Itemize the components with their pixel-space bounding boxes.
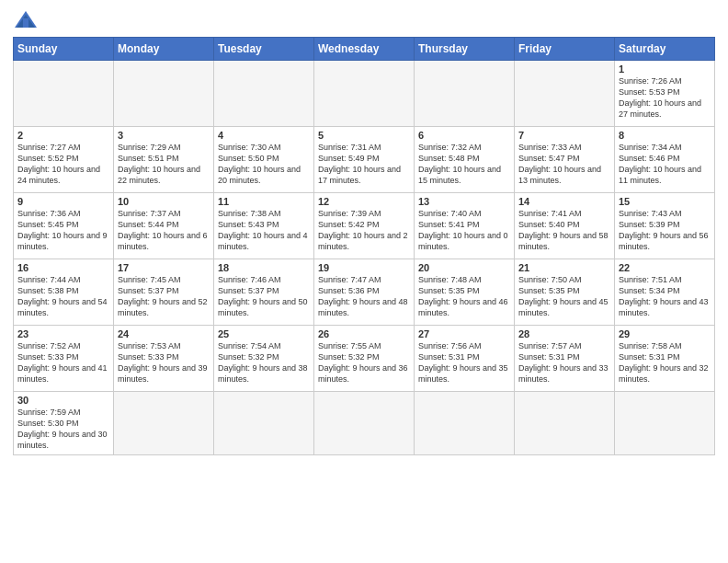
day-number: 25 xyxy=(218,328,310,339)
day-info: Sunrise: 7:30 AM Sunset: 5:50 PM Dayligh… xyxy=(218,142,310,187)
cal-cell xyxy=(515,61,615,127)
day-number: 13 xyxy=(418,196,510,207)
cal-cell: 22Sunrise: 7:51 AM Sunset: 5:34 PM Dayli… xyxy=(615,259,715,326)
week-row-5: 30Sunrise: 7:59 AM Sunset: 5:30 PM Dayli… xyxy=(14,392,715,455)
weekday-header-tuesday: Tuesday xyxy=(214,38,314,61)
cal-cell: 8Sunrise: 7:34 AM Sunset: 5:46 PM Daylig… xyxy=(615,127,715,193)
cal-cell xyxy=(615,392,715,455)
weekday-header-saturday: Saturday xyxy=(615,38,715,61)
page: SundayMondayTuesdayWednesdayThursdayFrid… xyxy=(0,0,728,563)
day-number: 12 xyxy=(318,196,410,207)
day-info: Sunrise: 7:43 AM Sunset: 5:39 PM Dayligh… xyxy=(619,208,711,253)
day-info: Sunrise: 7:40 AM Sunset: 5:41 PM Dayligh… xyxy=(418,208,510,253)
cal-cell xyxy=(114,61,214,127)
day-number: 22 xyxy=(619,262,711,273)
cal-cell: 25Sunrise: 7:54 AM Sunset: 5:32 PM Dayli… xyxy=(214,326,314,392)
week-row-2: 9Sunrise: 7:36 AM Sunset: 5:45 PM Daylig… xyxy=(14,193,715,259)
svg-rect-2 xyxy=(23,18,28,28)
cal-cell: 13Sunrise: 7:40 AM Sunset: 5:41 PM Dayli… xyxy=(415,193,515,259)
day-number: 1 xyxy=(619,63,711,75)
day-number: 7 xyxy=(518,130,610,141)
cal-cell xyxy=(314,392,415,455)
day-info: Sunrise: 7:34 AM Sunset: 5:46 PM Dayligh… xyxy=(619,142,711,187)
day-info: Sunrise: 7:41 AM Sunset: 5:40 PM Dayligh… xyxy=(518,208,610,253)
week-row-3: 16Sunrise: 7:44 AM Sunset: 5:38 PM Dayli… xyxy=(14,259,715,326)
weekday-header-thursday: Thursday xyxy=(415,38,515,61)
day-info: Sunrise: 7:45 AM Sunset: 5:37 PM Dayligh… xyxy=(118,274,210,319)
cal-cell xyxy=(314,61,415,127)
cal-cell: 5Sunrise: 7:31 AM Sunset: 5:49 PM Daylig… xyxy=(314,127,415,193)
cal-cell: 1Sunrise: 7:26 AM Sunset: 5:53 PM Daylig… xyxy=(615,61,715,127)
day-info: Sunrise: 7:56 AM Sunset: 5:31 PM Dayligh… xyxy=(418,340,510,385)
cal-cell xyxy=(214,392,314,455)
cal-cell: 26Sunrise: 7:55 AM Sunset: 5:32 PM Dayli… xyxy=(314,326,415,392)
cal-cell: 17Sunrise: 7:45 AM Sunset: 5:37 PM Dayli… xyxy=(114,259,214,326)
weekday-header-sunday: Sunday xyxy=(14,38,114,61)
day-info: Sunrise: 7:48 AM Sunset: 5:35 PM Dayligh… xyxy=(418,274,510,319)
day-number: 14 xyxy=(518,196,610,207)
weekday-header-friday: Friday xyxy=(515,38,615,61)
day-number: 20 xyxy=(418,262,510,273)
cal-cell: 27Sunrise: 7:56 AM Sunset: 5:31 PM Dayli… xyxy=(415,326,515,392)
cal-cell: 16Sunrise: 7:44 AM Sunset: 5:38 PM Dayli… xyxy=(14,259,114,326)
day-number: 19 xyxy=(318,262,410,273)
day-info: Sunrise: 7:58 AM Sunset: 5:31 PM Dayligh… xyxy=(619,340,711,385)
cal-cell: 12Sunrise: 7:39 AM Sunset: 5:42 PM Dayli… xyxy=(314,193,415,259)
day-number: 4 xyxy=(218,130,310,141)
day-number: 29 xyxy=(619,328,711,339)
cal-cell: 19Sunrise: 7:47 AM Sunset: 5:36 PM Dayli… xyxy=(314,259,415,326)
day-number: 5 xyxy=(318,130,410,141)
day-number: 21 xyxy=(518,262,610,273)
day-number: 15 xyxy=(619,196,711,207)
weekday-header-monday: Monday xyxy=(114,38,214,61)
cal-cell: 3Sunrise: 7:29 AM Sunset: 5:51 PM Daylig… xyxy=(114,127,214,193)
cal-cell xyxy=(515,392,615,455)
day-info: Sunrise: 7:37 AM Sunset: 5:44 PM Dayligh… xyxy=(118,208,210,253)
day-info: Sunrise: 7:31 AM Sunset: 5:49 PM Dayligh… xyxy=(318,142,410,187)
day-info: Sunrise: 7:50 AM Sunset: 5:35 PM Dayligh… xyxy=(518,274,610,319)
day-info: Sunrise: 7:33 AM Sunset: 5:47 PM Dayligh… xyxy=(518,142,610,187)
day-info: Sunrise: 7:59 AM Sunset: 5:30 PM Dayligh… xyxy=(17,407,109,452)
cal-cell: 28Sunrise: 7:57 AM Sunset: 5:31 PM Dayli… xyxy=(515,326,615,392)
day-info: Sunrise: 7:57 AM Sunset: 5:31 PM Dayligh… xyxy=(518,340,610,385)
week-row-4: 23Sunrise: 7:52 AM Sunset: 5:33 PM Dayli… xyxy=(14,326,715,392)
day-number: 3 xyxy=(118,130,210,141)
day-number: 28 xyxy=(518,328,610,339)
day-info: Sunrise: 7:39 AM Sunset: 5:42 PM Dayligh… xyxy=(318,208,410,253)
cal-cell xyxy=(415,392,515,455)
cal-cell: 10Sunrise: 7:37 AM Sunset: 5:44 PM Dayli… xyxy=(114,193,214,259)
cal-cell: 23Sunrise: 7:52 AM Sunset: 5:33 PM Dayli… xyxy=(14,326,114,392)
calendar: SundayMondayTuesdayWednesdayThursdayFrid… xyxy=(13,37,715,455)
day-info: Sunrise: 7:53 AM Sunset: 5:33 PM Dayligh… xyxy=(118,340,210,385)
day-info: Sunrise: 7:54 AM Sunset: 5:32 PM Dayligh… xyxy=(218,340,310,385)
day-number: 17 xyxy=(118,262,210,273)
day-number: 11 xyxy=(218,196,310,207)
day-info: Sunrise: 7:32 AM Sunset: 5:48 PM Dayligh… xyxy=(418,142,510,187)
day-number: 23 xyxy=(17,328,109,339)
day-number: 8 xyxy=(619,130,711,141)
cal-cell: 29Sunrise: 7:58 AM Sunset: 5:31 PM Dayli… xyxy=(615,326,715,392)
cal-cell xyxy=(415,61,515,127)
day-info: Sunrise: 7:26 AM Sunset: 5:53 PM Dayligh… xyxy=(619,75,711,121)
logo-icon xyxy=(13,9,39,31)
day-info: Sunrise: 7:36 AM Sunset: 5:45 PM Dayligh… xyxy=(17,208,109,253)
day-info: Sunrise: 7:46 AM Sunset: 5:37 PM Dayligh… xyxy=(218,274,310,319)
day-info: Sunrise: 7:44 AM Sunset: 5:38 PM Dayligh… xyxy=(17,274,109,319)
cal-cell: 15Sunrise: 7:43 AM Sunset: 5:39 PM Dayli… xyxy=(615,193,715,259)
cal-cell xyxy=(114,392,214,455)
day-number: 10 xyxy=(118,196,210,207)
cal-cell: 20Sunrise: 7:48 AM Sunset: 5:35 PM Dayli… xyxy=(415,259,515,326)
cal-cell: 7Sunrise: 7:33 AM Sunset: 5:47 PM Daylig… xyxy=(515,127,615,193)
header xyxy=(13,9,715,31)
cal-cell: 21Sunrise: 7:50 AM Sunset: 5:35 PM Dayli… xyxy=(515,259,615,326)
cal-cell xyxy=(14,61,114,127)
cal-cell: 14Sunrise: 7:41 AM Sunset: 5:40 PM Dayli… xyxy=(515,193,615,259)
week-row-0: 1Sunrise: 7:26 AM Sunset: 5:53 PM Daylig… xyxy=(14,61,715,127)
day-number: 16 xyxy=(17,262,109,273)
day-info: Sunrise: 7:47 AM Sunset: 5:36 PM Dayligh… xyxy=(318,274,410,319)
cal-cell: 6Sunrise: 7:32 AM Sunset: 5:48 PM Daylig… xyxy=(415,127,515,193)
weekday-header-wednesday: Wednesday xyxy=(314,38,415,61)
weekday-header-row: SundayMondayTuesdayWednesdayThursdayFrid… xyxy=(14,38,715,61)
day-info: Sunrise: 7:27 AM Sunset: 5:52 PM Dayligh… xyxy=(17,142,109,187)
day-number: 6 xyxy=(418,130,510,141)
